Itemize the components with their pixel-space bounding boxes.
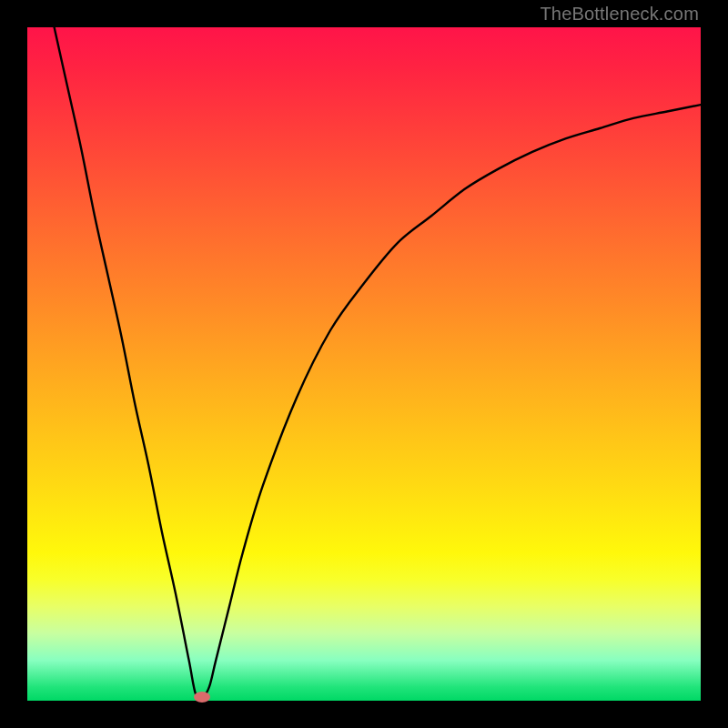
minimum-marker — [194, 692, 210, 703]
bottleneck-curve — [55, 27, 701, 698]
plot-area — [27, 27, 701, 701]
curve-svg — [27, 27, 701, 701]
chart-frame: TheBottleneck.com — [0, 0, 728, 728]
watermark-text: TheBottleneck.com — [540, 4, 699, 25]
